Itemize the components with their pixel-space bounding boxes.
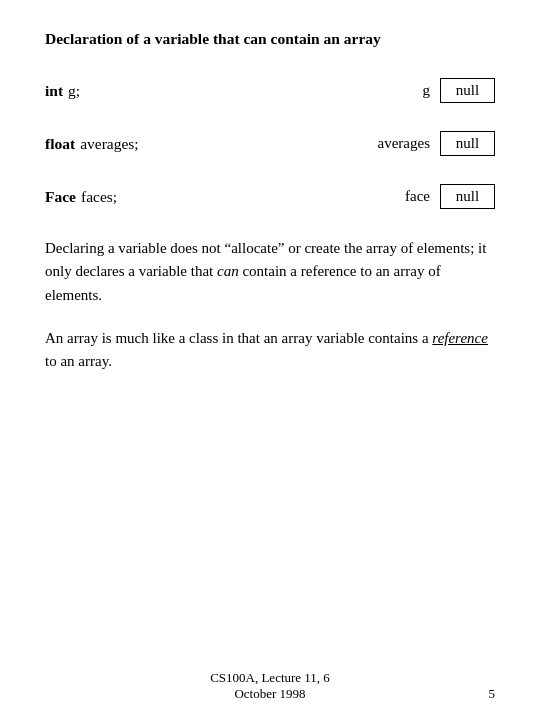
paragraph-1: Declaring a variable does not “allocate”…	[45, 237, 495, 307]
nullbox-g: null	[440, 78, 495, 103]
keyword-float: float	[45, 135, 75, 153]
footer-center: CS100A, Lecture 11, 6 October 1998	[210, 670, 330, 702]
declaration-row-int: int g; g null	[45, 78, 495, 103]
keyword-face: Face	[45, 188, 76, 206]
paragraph2-italic: reference	[432, 330, 488, 346]
body-text: Declaring a variable does not “allocate”…	[45, 237, 495, 373]
paragraph2-after: to an array.	[45, 353, 112, 369]
nullbox-averages: null	[440, 131, 495, 156]
paragraph2-before: An array is much like a class in that an…	[45, 330, 432, 346]
diagram-face: face null	[360, 184, 495, 209]
paragraph-2: An array is much like a class in that an…	[45, 327, 495, 374]
footer: CS100A, Lecture 11, 6 October 1998	[0, 670, 540, 702]
varcode-averages: averages;	[80, 135, 139, 153]
footer-line2: October 1998	[210, 686, 330, 702]
paragraph1-italic: can	[217, 263, 239, 279]
page: Declaration of a variable that can conta…	[0, 0, 540, 720]
declaration-row-face: Face faces; face null	[45, 184, 495, 209]
varcode-g: g;	[68, 82, 80, 100]
code-part-int: int g;	[45, 82, 225, 100]
diagram-int: g null	[360, 78, 495, 103]
diagram-float: averages null	[360, 131, 495, 156]
page-number: 5	[489, 686, 496, 702]
page-title: Declaration of a variable that can conta…	[45, 30, 495, 48]
varlabel-g: g	[360, 82, 430, 99]
footer-line1: CS100A, Lecture 11, 6	[210, 670, 330, 686]
varlabel-face: face	[360, 188, 430, 205]
code-part-float: float averages;	[45, 135, 225, 153]
keyword-int: int	[45, 82, 63, 100]
varlabel-averages: averages	[360, 135, 430, 152]
varcode-faces: faces;	[81, 188, 117, 206]
declaration-row-float: float averages; averages null	[45, 131, 495, 156]
nullbox-face: null	[440, 184, 495, 209]
code-part-face: Face faces;	[45, 188, 225, 206]
